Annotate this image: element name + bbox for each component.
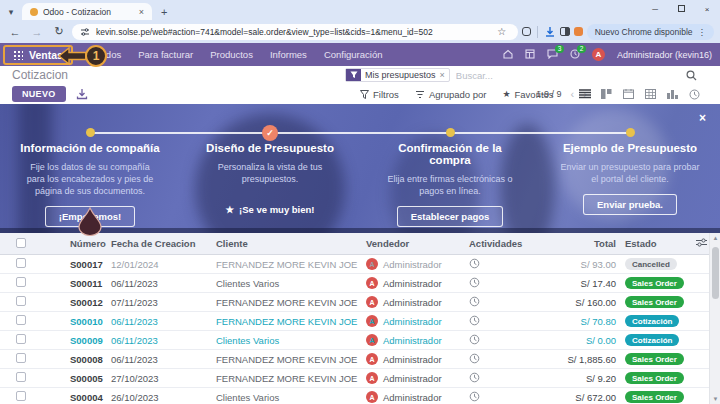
- cell-actividades[interactable]: [455, 277, 530, 290]
- cell-estado[interactable]: Cotización: [620, 334, 693, 347]
- download-icon[interactable]: [544, 26, 556, 38]
- table-row[interactable]: S00017 12/01/2024 FERNANDEZ MORE KEVIN J…: [0, 255, 709, 274]
- activity-clock-icon[interactable]: [469, 315, 480, 326]
- row-checkbox[interactable]: [0, 258, 40, 270]
- cell-cliente[interactable]: Clientes Varios: [210, 278, 360, 289]
- row-checkbox[interactable]: [0, 315, 40, 327]
- search-icon[interactable]: [686, 70, 697, 81]
- cell-total[interactable]: S/ 17.40: [530, 278, 620, 289]
- activity-clock-icon[interactable]: [469, 391, 480, 402]
- cell-numero[interactable]: S00017: [40, 259, 102, 270]
- row-checkbox[interactable]: [0, 277, 40, 289]
- forward-button[interactable]: →: [28, 26, 46, 38]
- graph-view-icon[interactable]: [666, 88, 679, 100]
- cell-actividades[interactable]: [455, 372, 530, 385]
- side-panel-icon[interactable]: [560, 27, 570, 36]
- cell-cliente[interactable]: FERNANDEZ MORE KEVIN JOE: [210, 354, 360, 365]
- site-info-icon[interactable]: [80, 27, 90, 37]
- activity-clock-icon[interactable]: [469, 353, 480, 364]
- address-bar[interactable]: kevin.solse.pe/web#action=741&model=sale…: [72, 24, 518, 40]
- cell-fecha[interactable]: 06/11/2023: [102, 278, 210, 289]
- row-checkbox[interactable]: [0, 353, 40, 365]
- cell-estado[interactable]: Cancelled: [620, 258, 693, 271]
- new-tab-button[interactable]: +: [152, 6, 176, 20]
- search-input[interactable]: [456, 70, 680, 81]
- bookmark-star-icon[interactable]: ☆: [494, 26, 510, 37]
- group-by-button[interactable]: Agrupado por: [415, 89, 487, 100]
- cell-numero[interactable]: S00004: [40, 392, 102, 403]
- browser-menu-icon[interactable]: ⋮: [698, 27, 707, 37]
- user-name[interactable]: Administrador (kevin16): [617, 50, 712, 60]
- cell-total[interactable]: S/ 0.00: [530, 335, 620, 346]
- cell-estado[interactable]: Sales Order: [620, 353, 693, 366]
- cell-vendedor[interactable]: A Administrador: [360, 353, 455, 365]
- activity-clock-icon[interactable]: [469, 334, 480, 345]
- chrome-update-button[interactable]: Nuevo Chrome disponible ⋮: [587, 24, 714, 40]
- cell-cliente[interactable]: FERNANDEZ MORE KEVIN JOE: [210, 373, 360, 384]
- cell-total[interactable]: S/ 672.00: [530, 392, 620, 403]
- calculator-icon[interactable]: [525, 49, 535, 61]
- cell-fecha[interactable]: 26/10/2023: [102, 392, 210, 403]
- cell-actividades[interactable]: [455, 353, 530, 366]
- cell-cliente[interactable]: FERNANDEZ MORE KEVIN JOE: [210, 297, 360, 308]
- export-icon[interactable]: [76, 88, 88, 100]
- cell-vendedor[interactable]: A Administrador: [360, 372, 455, 384]
- cell-numero[interactable]: S00011: [40, 278, 102, 289]
- row-checkbox[interactable]: [0, 296, 40, 308]
- cell-vendedor[interactable]: A Administrador: [360, 391, 455, 403]
- vertical-scrollbar[interactable]: ▲ ▼: [709, 233, 720, 404]
- table-row[interactable]: S00011 06/11/2023 Clientes Varios A Admi…: [0, 274, 709, 293]
- banner-close-icon[interactable]: ×: [699, 111, 706, 125]
- scroll-up-icon[interactable]: ▲: [710, 235, 720, 241]
- cell-numero[interactable]: S00012: [40, 297, 102, 308]
- step-sample-button[interactable]: Enviar prueba.: [583, 194, 677, 215]
- table-row[interactable]: S00008 06/11/2023 FERNANDEZ MORE KEVIN J…: [0, 350, 709, 369]
- reload-button[interactable]: ↻: [50, 25, 68, 38]
- cell-cliente[interactable]: FERNANDEZ MORE KEVIN JOE: [210, 259, 360, 270]
- cell-fecha[interactable]: 06/11/2023: [102, 354, 210, 365]
- close-window-button[interactable]: ×: [694, 1, 720, 19]
- cell-cliente[interactable]: Clientes Varios: [210, 392, 360, 403]
- pager-previous-icon[interactable]: ‹: [571, 88, 575, 100]
- cell-estado[interactable]: Sales Order: [620, 277, 693, 290]
- cell-total[interactable]: S/ 93.00: [530, 259, 620, 270]
- activity-clock-icon[interactable]: [469, 258, 480, 269]
- facet-remove-icon[interactable]: ×: [440, 70, 449, 80]
- calendar-view-icon[interactable]: [622, 88, 635, 100]
- menu-productos[interactable]: Productos: [210, 49, 253, 60]
- row-checkbox[interactable]: [0, 334, 40, 346]
- pivot-view-icon[interactable]: [644, 88, 657, 100]
- optional-columns-icon[interactable]: [693, 238, 709, 249]
- kanban-view-icon[interactable]: [600, 88, 613, 100]
- row-checkbox[interactable]: [0, 372, 40, 384]
- cell-cliente[interactable]: FERNANDEZ MORE KEVIN JOE: [210, 316, 360, 327]
- header-numero[interactable]: Número: [40, 238, 102, 249]
- scroll-down-icon[interactable]: ▼: [710, 396, 720, 402]
- cell-numero[interactable]: S00005: [40, 373, 102, 384]
- cell-estado[interactable]: Sales Order: [620, 372, 693, 385]
- cell-fecha[interactable]: 06/11/2023: [102, 316, 210, 327]
- activity-clock-icon[interactable]: [469, 372, 480, 383]
- step-payments-button[interactable]: Establecer pagos: [397, 206, 504, 227]
- step-layout-link[interactable]: ★ ¡Se ve muy bien!: [225, 204, 314, 215]
- list-view-icon[interactable]: [578, 88, 591, 100]
- cell-fecha[interactable]: 12/01/2024: [102, 259, 210, 270]
- table-row[interactable]: S00004 26/10/2023 Clientes Varios A Admi…: [0, 388, 709, 404]
- cell-actividades[interactable]: [455, 296, 530, 309]
- activity-clock-icon[interactable]: [469, 277, 480, 288]
- cell-numero[interactable]: S00009: [40, 335, 102, 346]
- header-total[interactable]: Total: [530, 238, 620, 249]
- home-icon[interactable]: [503, 49, 513, 61]
- minimize-button[interactable]: ─: [642, 1, 668, 19]
- cell-numero[interactable]: S00008: [40, 354, 102, 365]
- header-fecha[interactable]: Fecha de Creacion: [102, 238, 210, 249]
- cell-numero[interactable]: S00010: [40, 316, 102, 327]
- cell-estado[interactable]: Sales Order: [620, 296, 693, 309]
- extension-pinned-icon[interactable]: [574, 27, 583, 36]
- maximize-button[interactable]: [668, 1, 694, 19]
- menu-configuracion[interactable]: Configuración: [324, 49, 383, 60]
- search-facet[interactable]: Mis presupuestos ×: [345, 68, 450, 82]
- activity-clock-icon[interactable]: [469, 296, 480, 307]
- messages-icon[interactable]: 3: [547, 49, 558, 61]
- row-checkbox[interactable]: [0, 391, 40, 403]
